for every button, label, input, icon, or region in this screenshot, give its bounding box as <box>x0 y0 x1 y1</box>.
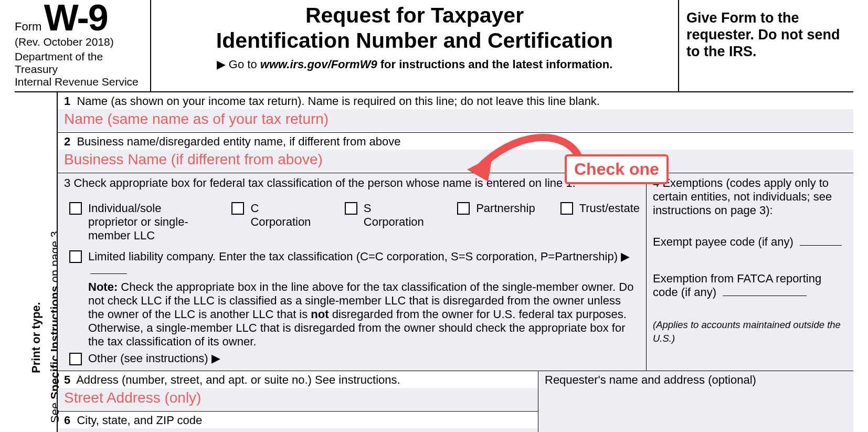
dept-treasury: Department of the Treasury <box>15 50 147 76</box>
box-3: 3 Check appropriate box for federal tax … <box>58 173 647 371</box>
form-header: Form W-9 (Rev. October 2018) Department … <box>15 0 853 92</box>
line-2-label: Business name/disregarded entity name, i… <box>77 135 400 148</box>
checkbox-individual[interactable]: Individual/sole proprietor or single-mem… <box>69 202 206 243</box>
checkbox-icon[interactable] <box>69 353 82 365</box>
annotation-check-one: Check one <box>565 154 669 184</box>
checkbox-icon[interactable] <box>69 250 82 263</box>
checkbox-c-corp-label: C Corporation <box>250 202 319 229</box>
fatca-applies-note: (Applies to accounts maintained outside … <box>653 318 847 345</box>
box-3-label: Check appropriate box for federal tax cl… <box>73 176 575 189</box>
fatca-input[interactable] <box>723 296 807 296</box>
checkbox-other[interactable]: Other (see instructions) ▶ <box>69 352 640 365</box>
goto-url: www.irs.gov/FormW9 <box>260 58 377 71</box>
header-left: Form W-9 (Rev. October 2018) Department … <box>15 0 151 91</box>
requester-box[interactable]: Requester's name and address (optional) <box>538 371 853 432</box>
checkbox-icon[interactable] <box>345 202 357 215</box>
exempt-payee-label: Exempt payee code (if any) <box>653 235 793 248</box>
box-3-number: 3 <box>64 176 70 189</box>
line-2-hint[interactable]: Business Name (if different from above) <box>58 150 853 172</box>
checkbox-c-corp[interactable]: C Corporation <box>231 202 319 229</box>
line-6-hint[interactable]: City, State, Zip <box>58 428 538 432</box>
line-1-label: Name (as shown on your income tax return… <box>77 94 600 108</box>
box-3-4-row: 3 Check appropriate box for federal tax … <box>58 173 853 371</box>
box-3-note: Note: Check the appropriate box in the l… <box>88 280 640 349</box>
line-5-hint[interactable]: Street Address (only) <box>58 388 538 410</box>
note-not: not <box>311 308 329 321</box>
checkbox-s-corp[interactable]: S Corporation <box>345 202 432 229</box>
checkbox-s-corp-label: S Corporation <box>364 202 432 229</box>
give-form-note: Give Form to the requester. Do not send … <box>679 0 853 91</box>
dept-irs: Internal Revenue Service <box>15 76 147 88</box>
line-5-label: Address (number, street, and apt. or sui… <box>76 373 400 386</box>
checkbox-individual-label: Individual/sole proprietor or single-mem… <box>88 202 206 243</box>
line-1-number: 1 <box>64 94 70 108</box>
checkbox-trust-estate-label: Trust/estate <box>579 202 640 215</box>
form-title-line1: Request for Taxpayer <box>157 3 672 27</box>
checkbox-icon[interactable] <box>560 202 573 215</box>
form-revision: (Rev. October 2018) <box>15 36 147 48</box>
header-center: Request for Taxpayer Identification Numb… <box>151 0 679 91</box>
line-2-number: 2 <box>64 135 70 148</box>
checkbox-trust-estate[interactable]: Trust/estate <box>560 202 640 215</box>
sidebar-instructions: Print or type. See Specific Instructions… <box>15 92 57 432</box>
line-6-label: City, state, and ZIP code <box>77 414 202 427</box>
checkbox-other-label: Other (see instructions) ▶ <box>88 352 220 365</box>
box-4: 4 Exemptions (codes apply only to certai… <box>647 173 853 371</box>
checkbox-icon[interactable] <box>457 202 470 215</box>
address-block: 5 Address (number, street, and apt. or s… <box>58 371 853 432</box>
form-title-line2: Identification Number and Certification <box>157 28 672 52</box>
llc-classification-input[interactable] <box>90 273 127 274</box>
checkbox-llc-label: Limited liability company. Enter the tax… <box>88 250 630 263</box>
line-1: 1 Name (as shown on your income tax retu… <box>58 92 853 133</box>
line-5: 5 Address (number, street, and apt. or s… <box>58 371 538 412</box>
print-or-type-label: Print or type. <box>29 302 43 373</box>
checkbox-partnership[interactable]: Partnership <box>457 202 535 215</box>
checkbox-icon[interactable] <box>231 202 244 215</box>
requester-label: Requester's name and address (optional) <box>545 373 756 386</box>
goto-prefix: ▶ Go to <box>217 58 260 71</box>
exempt-payee-input[interactable] <box>800 245 842 246</box>
checkbox-llc[interactable]: Limited liability company. Enter the tax… <box>69 250 640 277</box>
line-1-hint[interactable]: Name (same name as of your tax return) <box>58 109 853 131</box>
fatca-label: Exemption from FATCA reporting code (if … <box>653 272 821 299</box>
checkbox-partnership-label: Partnership <box>476 202 535 215</box>
note-label: Note: <box>88 280 118 293</box>
goto-suffix: for instructions and the latest informat… <box>377 58 613 71</box>
checkbox-icon[interactable] <box>69 202 82 215</box>
line-6: 6 City, state, and ZIP code City, State,… <box>58 412 538 432</box>
line-5-number: 5 <box>64 373 70 386</box>
box-4-label: Exemptions (codes apply only to certain … <box>653 176 832 217</box>
line-6-number: 6 <box>64 414 70 427</box>
goto-instructions: ▶ Go to www.irs.gov/FormW9 for instructi… <box>157 58 672 71</box>
line-2: 2 Business name/disregarded entity name,… <box>58 133 853 173</box>
form-id: W-9 <box>44 0 108 38</box>
form-word: Form <box>15 20 41 33</box>
